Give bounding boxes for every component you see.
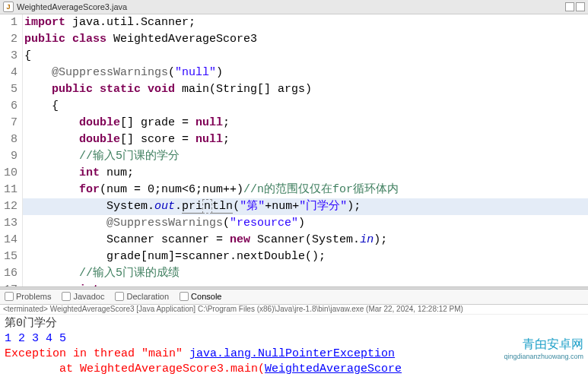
code-editor[interactable]: 1234567891011121314151617 import java.ut… xyxy=(0,14,588,287)
window: J WeightedAverageScore3.java 12345678910… xyxy=(0,0,588,380)
exception-class-link[interactable]: java.lang.NullPointerException xyxy=(189,347,395,360)
token: { xyxy=(52,100,59,112)
token: ( xyxy=(233,200,240,213)
token: ; xyxy=(127,166,134,179)
token: = xyxy=(175,116,195,129)
token: double xyxy=(79,133,120,146)
token: Scanner(System. xyxy=(250,233,360,246)
tab-console[interactable]: Console xyxy=(180,292,221,301)
code-area[interactable]: import java.util.Scanner;public class We… xyxy=(23,14,588,287)
console-stderr-line: Exception in thread "main" java.lang.Nul… xyxy=(5,347,585,362)
tab-declaration[interactable]: Declaration xyxy=(115,292,169,301)
token: grade xyxy=(141,116,175,129)
token: [num]=scanner.nextDouble(); xyxy=(141,250,326,263)
code-line[interactable]: grade[num]=scanner.nextDouble(); xyxy=(23,249,588,265)
token: = xyxy=(209,233,230,246)
bottom-panel-tabs: Problems Javadoc Declaration Console xyxy=(0,290,588,304)
tab-label: Declaration xyxy=(126,292,169,301)
token: a xyxy=(106,283,113,287)
token: for xyxy=(79,183,100,196)
decl-icon xyxy=(115,292,124,301)
token: int xyxy=(79,166,106,179)
code-line[interactable]: @SuppressWarnings("resource") xyxy=(23,215,588,232)
token: = xyxy=(175,133,195,146)
token: (String[] args) xyxy=(209,83,312,96)
terminated-status-text: <terminated> WeightedAverageScore3 [Java… xyxy=(3,305,463,313)
token: [] xyxy=(120,133,141,146)
code-line[interactable]: @SuppressWarnings("null") xyxy=(23,65,588,81)
code-line[interactable]: public static void main(String[] args) xyxy=(23,81,588,98)
token: java.util.Scanner xyxy=(72,16,189,29)
problems-icon xyxy=(5,292,14,301)
line-number: 1 xyxy=(0,14,17,31)
line-number: 12 xyxy=(0,198,17,215)
token: WeightedAverageScore3 xyxy=(113,33,257,46)
tab-label: Problems xyxy=(16,292,51,301)
token: [] xyxy=(120,116,141,129)
line-number-gutter: 1234567891011121314151617 xyxy=(0,14,23,287)
console-status: <terminated> WeightedAverageScore3 [Java… xyxy=(0,305,588,315)
code-line[interactable]: { xyxy=(23,98,588,115)
token: grade xyxy=(106,250,141,263)
line-number: 2 xyxy=(0,31,17,48)
code-line[interactable]: //输入5门课的成绩 xyxy=(23,265,588,282)
line-number: 11 xyxy=(0,182,17,198)
line-number: 6 xyxy=(0,98,17,115)
line-number: 4 xyxy=(0,65,17,81)
token: public class xyxy=(24,33,113,46)
token: . xyxy=(175,200,182,213)
token: +num+ xyxy=(265,200,299,213)
console-stdin-line: 1 2 3 4 5 xyxy=(5,331,585,347)
console-output[interactable]: 第0门学分 1 2 3 4 5 Exception in thread "mai… xyxy=(0,315,588,380)
token: null xyxy=(195,133,223,146)
line-number: 14 xyxy=(0,232,17,249)
token: //n的范围仅仅在for循环体内 xyxy=(243,183,399,196)
tab-problems[interactable]: Problems xyxy=(5,292,51,301)
token: //输入5门课的成绩 xyxy=(79,267,180,280)
token: in xyxy=(360,233,373,246)
console-stdout-line: 第0门学分 xyxy=(5,316,585,331)
line-number: 3 xyxy=(0,48,17,65)
tab-javadoc[interactable]: Javadoc xyxy=(62,292,104,301)
token: num xyxy=(106,166,127,179)
line-number: 10 xyxy=(0,165,17,182)
code-line[interactable]: { xyxy=(23,48,588,65)
code-line[interactable]: public class WeightedAverageScore3 xyxy=(23,31,588,48)
token: main xyxy=(182,83,209,96)
token: (num = 0;num<6;num++) xyxy=(100,183,243,196)
code-line[interactable]: System.out.println("第"+num+"门学分"); xyxy=(23,198,588,215)
token: ); xyxy=(373,233,387,246)
tab-label: Javadoc xyxy=(73,292,104,301)
code-line[interactable]: int a; xyxy=(23,282,588,287)
editor-tab-title[interactable]: WeightedAverageScore3.java xyxy=(17,2,127,11)
stack-at-prefix: at WeightedAverageScore3.main( xyxy=(5,363,265,375)
code-line[interactable]: Scanner scanner = new Scanner(System.in)… xyxy=(23,232,588,249)
line-number: 7 xyxy=(0,115,17,131)
token: "第" xyxy=(240,200,265,213)
editor-tab-bar: J WeightedAverageScore3.java xyxy=(0,0,588,14)
console-stderr-line: at WeightedAverageScore3.main(WeightedAv… xyxy=(5,362,585,377)
line-number: 9 xyxy=(0,148,17,165)
token: import xyxy=(24,16,65,29)
token: Scanner scanner xyxy=(106,233,209,246)
code-line[interactable]: double[] score = null; xyxy=(23,131,588,148)
token: ; xyxy=(113,283,120,287)
tab-label: Console xyxy=(191,292,221,301)
window-controls xyxy=(565,2,588,11)
minimize-icon[interactable] xyxy=(565,2,574,11)
java-file-icon: J xyxy=(3,2,14,12)
code-line[interactable]: for(num = 0;num<6;num++)//n的范围仅仅在for循环体内 xyxy=(23,182,588,198)
line-number: 8 xyxy=(0,131,17,148)
token: "门学分" xyxy=(299,200,347,213)
code-line[interactable]: int num; xyxy=(23,165,588,182)
token: n xyxy=(202,199,212,214)
maximize-icon[interactable] xyxy=(576,2,585,11)
console-icon xyxy=(180,292,189,301)
stack-source-link[interactable]: WeightedAverageScore xyxy=(265,363,402,375)
line-number: 16 xyxy=(0,265,17,282)
token: System. xyxy=(106,200,154,213)
code-line[interactable]: import java.util.Scanner; xyxy=(23,14,588,31)
code-line[interactable]: double[] grade = null; xyxy=(23,115,588,131)
token: score xyxy=(141,133,175,146)
code-line[interactable]: //输入5门课的学分 xyxy=(23,148,588,165)
